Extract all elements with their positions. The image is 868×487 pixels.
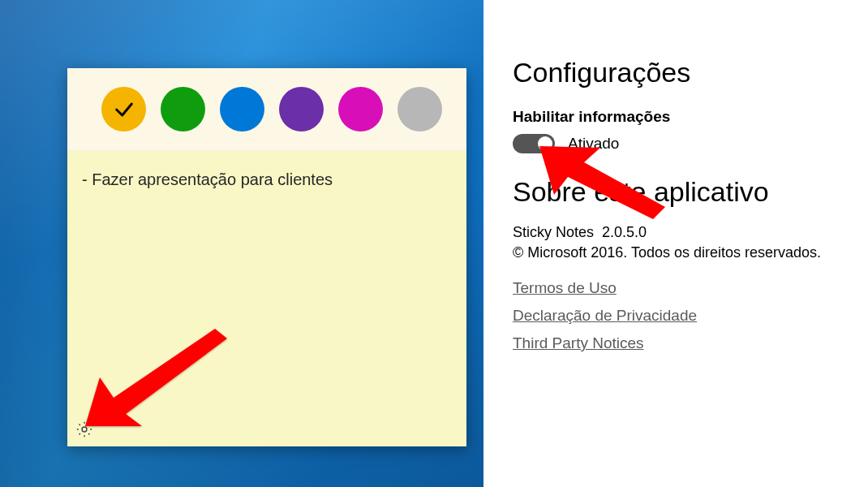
color-swatch-purple[interactable] — [279, 87, 324, 131]
note-text: - Fazer apresentação para clientes — [82, 170, 333, 188]
app-name: Sticky Notes — [513, 224, 594, 240]
copyright-text: © Microsoft 2016. Todos os direitos rese… — [513, 244, 844, 261]
link-terms[interactable]: Termos de Uso — [513, 279, 617, 297]
about-title: Sobre este aplicativo — [513, 176, 844, 208]
settings-gear-icon[interactable] — [75, 420, 93, 438]
color-swatch-gray[interactable] — [397, 87, 442, 131]
settings-pane: Configurações Habilitar informações Ativ… — [483, 0, 868, 487]
color-swatch-yellow[interactable] — [101, 87, 146, 131]
enable-insights-toggle[interactable] — [513, 134, 555, 153]
enable-insights-toggle-row: Ativado — [513, 134, 844, 153]
color-picker-strip — [67, 68, 466, 151]
sticky-note-window: - Fazer apresentação para clientes — [67, 68, 466, 446]
checkmark-icon — [113, 98, 135, 121]
color-swatch-magenta[interactable] — [338, 87, 383, 131]
enable-insights-label: Habilitar informações — [513, 108, 844, 126]
about-links: Termos de Uso Declaração de Privacidade … — [513, 279, 844, 352]
note-content-area[interactable]: - Fazer apresentação para clientes — [67, 151, 466, 446]
color-swatch-blue[interactable] — [220, 87, 264, 131]
link-third-party[interactable]: Third Party Notices — [513, 334, 644, 352]
app-version: 2.0.5.0 — [602, 224, 647, 240]
color-swatch-green[interactable] — [161, 87, 205, 131]
toggle-knob — [538, 136, 552, 151]
toggle-state-label: Ativado — [568, 135, 619, 153]
settings-title: Configurações — [513, 57, 844, 88]
link-privacy[interactable]: Declaração de Privacidade — [513, 307, 697, 325]
app-version-line: Sticky Notes 2.0.5.0 — [513, 224, 844, 241]
svg-point-0 — [82, 427, 87, 432]
